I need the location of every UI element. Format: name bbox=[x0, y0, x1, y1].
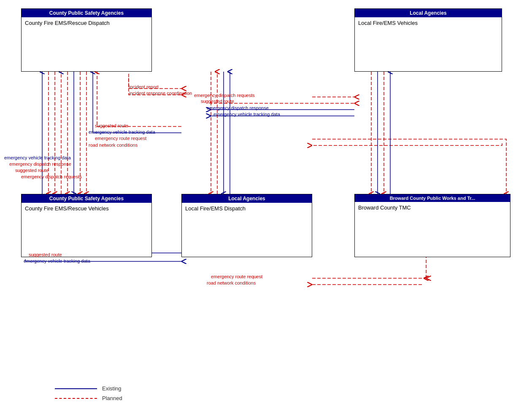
legend-existing-label: Existing bbox=[102, 385, 122, 392]
label-incident-report: incident report bbox=[129, 84, 159, 89]
broward-tmc-title: Broward County TMC bbox=[355, 202, 510, 213]
label-suggested-route-1: suggested route bbox=[201, 99, 234, 104]
local-fire-vehicles-header: Local Agencies bbox=[355, 9, 502, 17]
label-emergency-vehicle-track-4: emergency vehicle tracking data bbox=[24, 258, 90, 263]
county-fire-vehicles-header: County Public Safety Agencies bbox=[22, 194, 151, 203]
legend: Existing Planned bbox=[55, 385, 122, 401]
label-emergency-dispatch-req-1: emergency dispatch requests bbox=[194, 93, 255, 98]
label-emergency-dispatch-resp-1: emergency dispatch response bbox=[207, 105, 269, 110]
legend-existing: Existing bbox=[55, 385, 122, 392]
label-emergency-vehicle-track-2: emergency vehicle tracking data bbox=[89, 129, 155, 134]
broward-tmc-box: Broward County Public Works and Tr... Br… bbox=[354, 194, 510, 257]
label-suggested-route-4: suggested route bbox=[29, 252, 62, 257]
label-suggested-route-2: suggested route bbox=[95, 123, 128, 128]
label-emergency-vehicle-track-3: emergency vehicle tracking data bbox=[4, 155, 71, 160]
local-fire-dispatch-header: Local Agencies bbox=[182, 194, 312, 203]
diagram-container: County Public Safety Agencies County Fir… bbox=[0, 0, 532, 414]
local-fire-dispatch-box: Local Agencies Local Fire/EMS Dispatch bbox=[181, 194, 312, 257]
legend-planned: Planned bbox=[55, 395, 122, 401]
local-fire-dispatch-title: Local Fire/EMS Dispatch bbox=[182, 203, 312, 214]
local-fire-vehicles-title: Local Fire/EMS Vehicles bbox=[355, 17, 502, 29]
label-emergency-dispatch-req-2: emergency dispatch requests bbox=[21, 174, 82, 179]
legend-planned-label: Planned bbox=[102, 395, 122, 401]
county-fire-dispatch-header: County Public Safety Agencies bbox=[22, 9, 151, 17]
county-fire-dispatch-title: County Fire EMS/Rescue Dispatch bbox=[22, 17, 151, 29]
county-fire-vehicles-box: County Public Safety Agencies County Fir… bbox=[21, 194, 152, 257]
label-suggested-route-3: suggested route bbox=[15, 168, 49, 173]
label-road-network-1: road network conditions bbox=[89, 142, 138, 148]
label-emergency-vehicle-track-1: emergency vehicle tracking data bbox=[213, 112, 280, 117]
broward-tmc-header: Broward County Public Works and Tr... bbox=[355, 194, 510, 202]
label-emergency-route-req-1: emergency route request bbox=[95, 136, 146, 141]
legend-existing-line bbox=[55, 388, 97, 389]
label-incident-response: incident response coordination bbox=[129, 91, 192, 96]
county-fire-dispatch-box: County Public Safety Agencies County Fir… bbox=[21, 8, 152, 72]
legend-planned-line bbox=[55, 398, 97, 399]
label-road-network-2: road network conditions bbox=[207, 280, 256, 285]
local-fire-vehicles-box: Local Agencies Local Fire/EMS Vehicles bbox=[354, 8, 502, 72]
label-emergency-dispatch-resp-2: emergency dispatch response bbox=[9, 161, 71, 167]
county-fire-vehicles-title: County Fire EMS/Rescue Vehicles bbox=[22, 203, 151, 214]
label-emergency-route-req-2: emergency route request bbox=[211, 274, 262, 279]
